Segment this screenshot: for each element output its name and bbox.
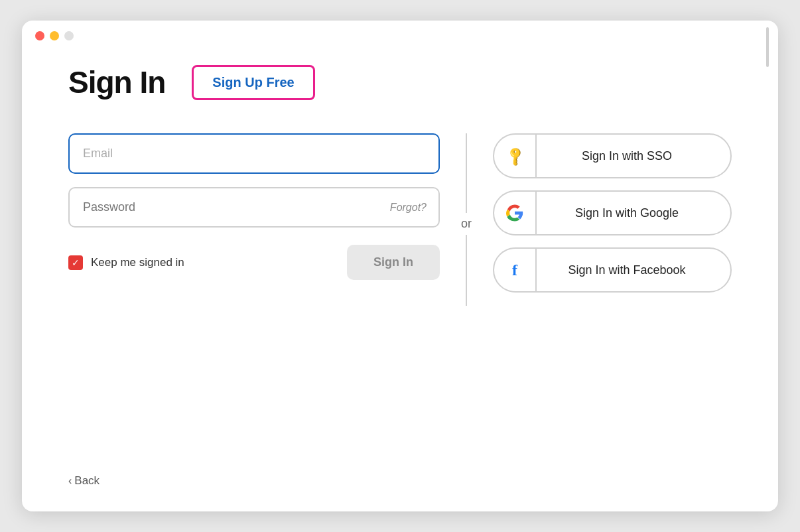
email-field[interactable] (68, 133, 440, 174)
divider-column: or (440, 133, 493, 235)
left-panel: Forgot? ✓ Keep me signed in Sign In (68, 133, 440, 280)
google-icon-area (494, 192, 537, 234)
google-label: Sign In with Google (537, 206, 730, 220)
facebook-label: Sign In with Facebook (537, 263, 730, 277)
back-label: Back (74, 474, 100, 488)
right-panel: 🔑 Sign In with SSO Sign In with (493, 133, 732, 293)
sso-icon-area: 🔑 (494, 135, 537, 177)
back-link[interactable]: ‹ Back (68, 474, 100, 488)
close-button[interactable] (35, 31, 44, 40)
page-title: Sign In (68, 64, 165, 100)
facebook-button[interactable]: f Sign In with Facebook (493, 247, 732, 293)
app-window: Sign In Sign Up Free Forgot? ✓ Keep me s… (22, 21, 778, 511)
bottom-row: ✓ Keep me signed in Sign In (68, 245, 440, 280)
password-row: Forgot? (68, 187, 440, 228)
signin-button[interactable]: Sign In (347, 245, 440, 280)
back-chevron-icon: ‹ (68, 475, 72, 487)
google-icon (506, 204, 523, 222)
or-label: or (458, 213, 474, 235)
facebook-icon-area: f (494, 249, 537, 291)
key-icon: 🔑 (503, 145, 527, 168)
checkbox-icon: ✓ (68, 255, 83, 270)
keep-signed-label[interactable]: ✓ Keep me signed in (68, 255, 184, 270)
minimize-button[interactable] (50, 31, 59, 40)
keep-signed-text: Keep me signed in (91, 256, 184, 269)
password-field[interactable] (68, 187, 440, 228)
forgot-link[interactable]: Forgot? (390, 202, 427, 214)
sso-label: Sign In with SSO (537, 149, 730, 163)
scroll-indicator (766, 27, 769, 67)
main-area: Forgot? ✓ Keep me signed in Sign In or (68, 133, 732, 293)
main-content: Sign In Sign Up Free Forgot? ✓ Keep me s… (22, 51, 778, 332)
sso-button[interactable]: 🔑 Sign In with SSO (493, 133, 732, 178)
title-bar (22, 21, 778, 51)
signup-button[interactable]: Sign Up Free (192, 65, 314, 100)
facebook-icon: f (512, 261, 517, 279)
header-row: Sign In Sign Up Free (68, 64, 732, 100)
maximize-button (64, 31, 74, 40)
google-button[interactable]: Sign In with Google (493, 190, 732, 235)
